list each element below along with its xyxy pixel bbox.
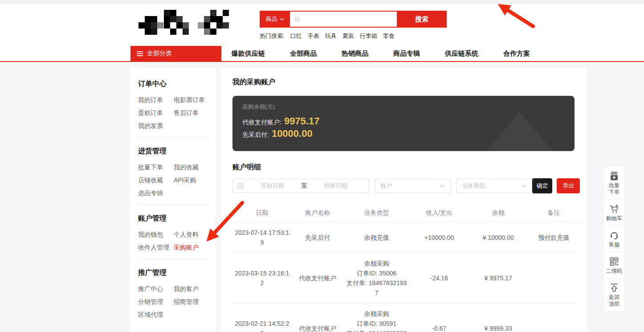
business-type-select[interactable]: 业务类型: [456, 179, 532, 193]
confirm-button[interactable]: 确定: [532, 178, 553, 193]
cell-date: 2023-07-14 17:53:19: [232, 222, 292, 253]
search-category-dropdown[interactable]: 商品: [260, 11, 290, 28]
cell-note: 预付款充值: [528, 222, 580, 253]
cell-balance: ¥ 10000.00: [469, 222, 528, 253]
cell-date: 2023-02-21 14:52:20: [232, 303, 292, 332]
search-category-label: 商品: [266, 15, 277, 23]
sidebar-item-selection-albums[interactable]: 选品专辑: [138, 189, 174, 197]
date-range-picker[interactable]: 开始日期 至 结束日期: [232, 179, 369, 193]
search-button[interactable]: 搜索: [397, 11, 447, 28]
page-title: 我的采购账户: [232, 78, 579, 87]
toolbar-item-label: 批量 下单: [605, 182, 624, 196]
toolbar-cart[interactable]: 购物车: [604, 199, 624, 225]
page: 商品 搜索 热门搜索: 口红 手表 玩具 夏装 行李箱 零食 全部分类: [0, 0, 644, 332]
cell-note: [528, 253, 580, 303]
sidebar-item-regional-agent[interactable]: 区域代理: [138, 310, 174, 319]
balance-account-name: 先采后付:: [242, 129, 269, 140]
balance-account-name: 代收支付账户:: [242, 117, 281, 128]
cell-balance: ¥ 9999.33: [469, 303, 528, 332]
sidebar-item-my-wallet[interactable]: 我的钱包: [138, 230, 174, 239]
sidebar-item-movie-orders[interactable]: 电影票订单: [174, 95, 208, 104]
nav-item[interactable]: 供应链系统: [445, 49, 478, 58]
account-detail-title: 账户明细: [232, 163, 579, 172]
sidebar-item-profile[interactable]: 个人资料: [174, 230, 208, 239]
all-categories-button[interactable]: 全部分类: [130, 46, 221, 61]
toolbar-back-to-top[interactable]: 返回 顶部: [604, 278, 624, 311]
hot-search-label: 热门搜索:: [260, 32, 285, 40]
date-range-to-label: 至: [301, 182, 307, 190]
balance-card: 采购余额(元) 代收支付账户: 9975.17 先采后付: 10000.00: [232, 96, 575, 151]
clock-icon: [237, 183, 244, 189]
hot-keyword[interactable]: 零食: [383, 32, 395, 40]
sidebar-item-my-favorites[interactable]: 我的收藏: [174, 163, 208, 172]
sidebar-section-account: 账户管理 我的钱包 个人资料 收件人管理 采购账户: [138, 205, 208, 259]
qrcode-icon: [605, 257, 624, 266]
hot-keyword[interactable]: 玩具: [325, 32, 337, 40]
cell-account: 先采后付: [292, 222, 344, 253]
sidebar-item-shop-favorites[interactable]: 店铺收藏: [138, 176, 174, 184]
nav-item[interactable]: 合作方案: [503, 49, 530, 58]
nav-item[interactable]: 商品专辑: [393, 49, 420, 58]
cell-amount: -0.67: [410, 303, 469, 332]
header: 商品 搜索 热门搜索: 口红 手表 玩具 夏装 行李箱 零食: [0, 4, 644, 46]
cell-type: 余额采购 订单ID: 30591 支付单: 184465899086: [344, 303, 410, 332]
hot-search-row: 热门搜索: 口红 手表 玩具 夏装 行李箱 零食: [260, 32, 447, 40]
col-header-type: 业务类型: [344, 204, 410, 222]
batch-order-icon: [605, 171, 624, 181]
sidebar-item-recipient-management[interactable]: 收件人管理: [138, 243, 174, 252]
toolbar-qrcode[interactable]: 二维码: [604, 252, 624, 278]
sidebar-item-batch-order[interactable]: 批量下单: [138, 163, 174, 172]
account-detail-table: 日期 账户名称 业务类型 收入/支出 余额 备注 2023-07-14 17:5…: [232, 204, 580, 332]
filter-row: 开始日期 至 结束日期 账户 业务类型 确定 导出: [232, 178, 580, 193]
table-header-row: 日期 账户名称 业务类型 收入/支出 余额 备注: [232, 204, 580, 222]
hot-keyword[interactable]: 手表: [308, 32, 319, 40]
hot-keyword[interactable]: 行李箱: [360, 32, 377, 40]
sidebar-section-title: 推广管理: [138, 268, 208, 278]
col-header-amount: 收入/支出: [410, 204, 469, 222]
site-logo-censored: [139, 9, 232, 38]
nav-item[interactable]: 全部商品: [290, 49, 317, 58]
sidebar-item-cake-orders[interactable]: 蛋糕订单: [138, 108, 174, 117]
account-select-placeholder: 账户: [380, 182, 392, 190]
main-panel: 我的采购账户 采购余额(元) 代收支付账户: 9975.17 先采后付: 100…: [221, 68, 587, 332]
cart-icon: [605, 204, 624, 214]
col-header-balance: 余额: [469, 204, 528, 222]
table-row: 2023-07-14 17:53:19 先采后付 余额充值 +10000.00 …: [232, 222, 580, 253]
sidebar-item-my-customers[interactable]: 我的客户: [174, 284, 208, 293]
hot-keyword[interactable]: 夏装: [342, 32, 354, 40]
nav-item[interactable]: 热销商品: [342, 49, 368, 58]
sidebar: 订单中心 我的订单 电影票订单 蛋糕订单 售后订单 我的发票 进货管理 批量下单…: [130, 68, 216, 332]
balance-account-value: 9975.17: [284, 115, 320, 127]
toolbar-customer-service[interactable]: 客服: [604, 225, 624, 252]
toolbar-item-label: 二维码: [605, 268, 624, 275]
cell-amount: +10000.00: [410, 222, 469, 253]
hot-keyword[interactable]: 口红: [290, 32, 302, 40]
sidebar-item-my-invoices[interactable]: 我的发票: [138, 121, 174, 130]
account-select[interactable]: 账户: [375, 179, 451, 193]
start-date-placeholder[interactable]: 开始日期: [244, 182, 301, 190]
toolbar-batch-order[interactable]: 批量 下单: [604, 167, 624, 199]
toolbar-item-label: 客服: [605, 242, 624, 248]
balance-account-value: 10000.00: [272, 128, 313, 139]
sidebar-item-api-purchase[interactable]: API采购: [174, 176, 208, 184]
sidebar-item-distribution[interactable]: 分销管理: [138, 297, 174, 306]
cell-account: 代收支付账户: [292, 303, 344, 332]
sidebar-item-my-orders[interactable]: 我的订单: [138, 95, 174, 104]
business-type-placeholder: 业务类型: [462, 182, 485, 190]
sidebar-section-title: 订单中心: [138, 79, 208, 89]
sidebar-section-purchasing: 进货管理 批量下单 我的收藏 店铺收藏 API采购 选品专辑: [138, 137, 208, 205]
search-input[interactable]: [290, 12, 397, 27]
cell-type: 余额充值: [344, 222, 410, 253]
end-date-placeholder[interactable]: 结束日期: [307, 182, 364, 190]
nav-item[interactable]: 爆款供应链: [232, 49, 265, 58]
sidebar-section-promotion: 推广管理 推广中心 我的客户 分销管理 招商管理 区域代理: [138, 259, 208, 326]
cell-amount: -24.16: [410, 253, 469, 303]
balance-label: 采购余额(元): [242, 103, 575, 111]
sidebar-item-purchase-account[interactable]: 采购账户: [174, 243, 208, 252]
sidebar-item-merchant-management[interactable]: 招商管理: [174, 297, 208, 306]
hamburger-icon: [137, 51, 143, 56]
sidebar-item-promotion-center[interactable]: 推广中心: [138, 284, 174, 293]
chevron-down-icon: [440, 184, 445, 188]
sidebar-item-aftersale-orders[interactable]: 售后订单: [174, 108, 208, 117]
export-button[interactable]: 导出: [557, 178, 580, 193]
